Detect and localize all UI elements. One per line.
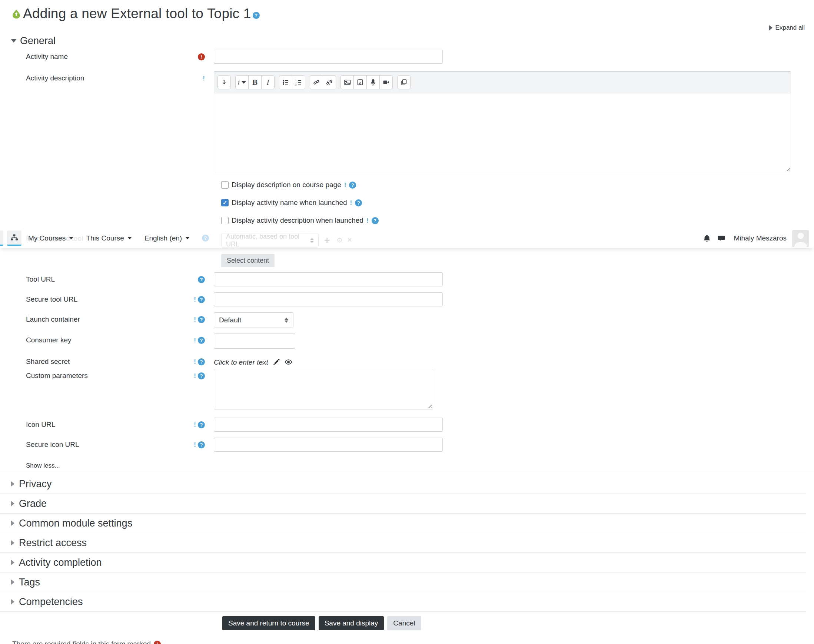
hint-icon: ! bbox=[194, 359, 196, 365]
link-icon[interactable] bbox=[310, 75, 323, 89]
select-content-row: Select content bbox=[0, 254, 814, 267]
activity-description-row: Activity description ! i B I bbox=[0, 71, 814, 172]
expand-all-link[interactable]: Expand all bbox=[769, 24, 805, 32]
cancel-button[interactable]: Cancel bbox=[387, 616, 421, 630]
record-video-icon[interactable] bbox=[379, 75, 393, 89]
editor-toolbar: i B I 123 bbox=[214, 72, 791, 94]
shared-secret-label: Shared secret bbox=[26, 357, 70, 366]
help-icon[interactable]: ? bbox=[349, 182, 356, 189]
collapse-toolbar-icon[interactable] bbox=[218, 75, 231, 89]
help-icon[interactable]: ? bbox=[198, 276, 205, 283]
chevron-right-icon bbox=[11, 501, 14, 506]
custom-parameters-row: Custom parameters !? bbox=[0, 369, 814, 411]
save-and-return-button[interactable]: Save and return to course bbox=[222, 616, 315, 630]
pencil-icon[interactable] bbox=[273, 359, 280, 366]
chevron-right-icon bbox=[11, 599, 14, 604]
activity-description-label: Activity description bbox=[26, 74, 84, 82]
avatar[interactable] bbox=[792, 230, 809, 247]
select-content-button[interactable]: Select content bbox=[221, 254, 274, 267]
insert-media-icon[interactable] bbox=[353, 75, 367, 89]
help-icon[interactable]: ? bbox=[198, 441, 205, 448]
help-icon[interactable]: ? bbox=[198, 316, 205, 323]
sitemap-icon[interactable] bbox=[7, 230, 21, 246]
paragraph-style-icon[interactable]: i bbox=[235, 75, 248, 89]
section-common-module-settings[interactable]: Common module settings bbox=[0, 514, 806, 533]
help-icon[interactable]: ? bbox=[198, 296, 205, 303]
consumer-key-row: Consumer key !? bbox=[0, 333, 814, 349]
general-heading: General bbox=[20, 35, 55, 47]
display-activity-name-row: ✓ Display activity name when launched ! … bbox=[0, 198, 814, 208]
expand-all-row: Expand all bbox=[0, 22, 814, 33]
select-arrows-icon bbox=[285, 317, 288, 323]
icon-url-input[interactable] bbox=[214, 418, 443, 432]
gear-icon: ⚙ bbox=[336, 236, 343, 245]
resize-handle[interactable] bbox=[785, 166, 790, 171]
hint-icon: ! bbox=[366, 218, 369, 224]
record-audio-icon[interactable] bbox=[366, 75, 380, 89]
activity-name-row: Activity name ! bbox=[0, 50, 814, 64]
secure-tool-url-input[interactable] bbox=[214, 292, 443, 307]
editor-content-area[interactable] bbox=[214, 94, 791, 172]
display-description-checkbox[interactable] bbox=[221, 181, 228, 189]
general-section-header[interactable]: General bbox=[0, 33, 814, 48]
secure-icon-url-input[interactable] bbox=[214, 438, 443, 452]
help-icon[interactable]: ? bbox=[198, 358, 205, 365]
preconfigured-tool-ghost-label: Preconfigured tool bbox=[26, 235, 83, 243]
bold-icon[interactable]: B bbox=[248, 75, 262, 89]
help-icon[interactable]: ? bbox=[355, 199, 362, 206]
chevron-right-icon bbox=[11, 540, 14, 546]
external-tool-icon bbox=[12, 9, 20, 18]
section-competencies[interactable]: Competencies bbox=[0, 592, 806, 612]
tool-url-row: Tool URL ? bbox=[0, 272, 814, 287]
nav-language[interactable]: English (en) bbox=[144, 234, 190, 242]
messages-icon[interactable] bbox=[717, 234, 726, 243]
consumer-key-input[interactable] bbox=[214, 333, 295, 349]
shared-secret-edit-link[interactable]: Click to enter text bbox=[214, 358, 268, 366]
tool-url-input[interactable] bbox=[214, 272, 443, 287]
add-tool-icon[interactable]: + bbox=[324, 235, 330, 246]
consumer-key-label: Consumer key bbox=[26, 336, 72, 344]
hint-icon: ! bbox=[194, 316, 196, 323]
unlink-icon[interactable] bbox=[323, 75, 336, 89]
activity-name-label: Activity name bbox=[26, 53, 68, 61]
help-icon[interactable]: ? bbox=[198, 421, 205, 428]
required-fields-note: There are required fields in this form m… bbox=[12, 640, 814, 644]
preconfigured-tool-select[interactable]: Automatic, based on tool URL bbox=[221, 233, 319, 247]
section-restrict-access[interactable]: Restrict access bbox=[0, 533, 806, 553]
help-icon[interactable]: ? bbox=[198, 337, 205, 344]
display-activity-description-checkbox[interactable] bbox=[221, 217, 228, 224]
section-tags[interactable]: Tags bbox=[0, 572, 806, 592]
unordered-list-icon[interactable] bbox=[279, 75, 292, 89]
ordered-list-icon[interactable]: 123 bbox=[292, 75, 305, 89]
title-help-icon[interactable]: ? bbox=[253, 12, 260, 19]
eye-icon[interactable] bbox=[285, 359, 292, 366]
section-grade[interactable]: Grade bbox=[0, 494, 806, 514]
save-and-display-button[interactable]: Save and display bbox=[319, 616, 384, 630]
section-activity-completion[interactable]: Activity completion bbox=[0, 553, 806, 572]
manage-files-icon[interactable] bbox=[397, 75, 411, 89]
insert-image-icon[interactable] bbox=[340, 75, 354, 89]
chevron-right-icon bbox=[11, 560, 14, 565]
notifications-bell-icon[interactable] bbox=[702, 234, 711, 243]
launch-container-select[interactable]: Default bbox=[214, 312, 293, 328]
hint-icon: ! bbox=[194, 296, 196, 303]
tool-url-label: Tool URL bbox=[26, 275, 55, 284]
hint-icon: ! bbox=[350, 200, 353, 206]
show-less-link[interactable]: Show less... bbox=[26, 462, 60, 469]
chevron-down-icon bbox=[185, 237, 190, 239]
user-name[interactable]: Mihály Mészáros bbox=[734, 234, 786, 242]
page-title: Adding a new External tool to Topic 1 bbox=[23, 6, 251, 21]
secure-tool-url-row: Secure tool URL !? bbox=[0, 292, 814, 307]
display-activity-description-row: Display activity description when launch… bbox=[0, 215, 814, 225]
help-icon[interactable]: ? bbox=[198, 373, 205, 379]
hint-icon: ! bbox=[194, 442, 196, 448]
display-activity-name-checkbox[interactable]: ✓ bbox=[221, 199, 228, 206]
nav-this-course[interactable]: This Course bbox=[86, 234, 132, 242]
help-icon[interactable]: ? bbox=[372, 217, 379, 224]
custom-parameters-textarea[interactable] bbox=[214, 369, 433, 409]
nav-edge-button[interactable] bbox=[0, 230, 3, 246]
italic-icon[interactable]: I bbox=[261, 75, 274, 89]
activity-name-input[interactable] bbox=[214, 50, 443, 64]
section-privacy[interactable]: Privacy bbox=[0, 474, 806, 494]
page: Adding a new External tool to Topic 1 ? … bbox=[0, 0, 814, 644]
